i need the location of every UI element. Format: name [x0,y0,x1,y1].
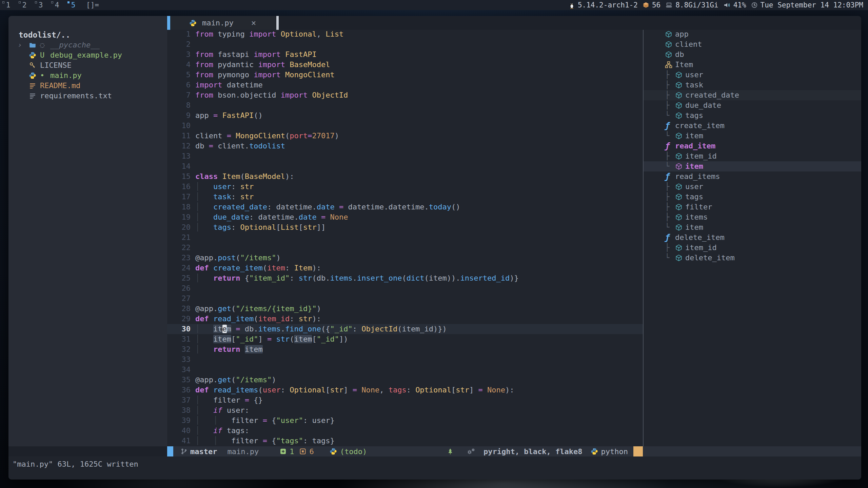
outline-item-item_id[interactable]: ├item_id [644,151,861,161]
code-line-16[interactable]: 16│ user: str [167,182,643,192]
workspace-tag-4[interactable]: 4 [49,0,65,10]
code-line-6[interactable]: 6import datetime [167,80,643,90]
code-line-33[interactable]: 33 [167,354,643,365]
code-line-25[interactable]: 25│ return {"item_id": str(db.items.inse… [167,273,643,283]
code-line-2[interactable]: 2 [167,39,643,49]
code-line-13[interactable]: 13 [167,151,643,161]
outline-item-app[interactable]: app [644,29,861,39]
code-line-3[interactable]: 3from fastapi import FastAPI [167,49,643,60]
code-line-12[interactable]: 12db = client.todolist [167,141,643,151]
file-name: README.md [40,81,80,91]
layout-indicator[interactable]: []= [86,1,99,9]
outline-item-delete_item[interactable]: └delete_item [644,253,861,263]
close-icon[interactable]: × [251,18,256,28]
code-line-1[interactable]: 1from typing import Optional, List [167,29,643,39]
code-line-18[interactable]: 18│ created_date: datetime.date = dateti… [167,202,643,212]
file-row-debug_example.py[interactable]: Udebug_example.py [8,50,167,60]
code-line-22[interactable]: 22 [167,243,643,253]
outline-item-item[interactable]: └item [644,222,861,232]
code-line-29[interactable]: 29def read_item(item_id: str): [167,314,643,324]
workspace-tag-2[interactable]: 2 [16,0,33,10]
outline-item-user[interactable]: ├user [644,182,861,192]
expand-caret-icon[interactable]: › [18,40,22,50]
variable-icon [675,203,685,211]
symbol-name: tags [685,110,703,121]
code-line-26[interactable]: 26 [167,283,643,293]
outline-item-user[interactable]: ├user [644,70,861,80]
outline-item-Item[interactable]: Item [644,60,861,70]
workspace-tag-5[interactable]: 5 [65,0,81,10]
code-line-21[interactable]: 21 [167,232,643,243]
outline-item-db[interactable]: db [644,49,861,60]
code-line-27[interactable]: 27 [167,293,643,304]
statusline-filename: main.py [227,447,259,456]
code-line-39[interactable]: 39│ │ filter = {"user": user} [167,415,643,426]
code-line-20[interactable]: 20│ tags: Optional[List[str]] [167,222,643,232]
command-line[interactable]: "main.py" 63L, 1625C written [8,456,861,480]
code-line-28[interactable]: 28@app.get("/items/{item_id}") [167,304,643,314]
code-line-4[interactable]: 4from pydantic import BaseModel [167,60,643,70]
workspace-tag-3[interactable]: 3 [33,0,49,10]
code-line-32[interactable]: 32│ return item [167,344,643,354]
outline-item-item_id[interactable]: ├item_id [644,243,861,253]
code-line-34[interactable]: 34 [167,365,643,375]
outline-item-create_item[interactable]: ƒcreate_item [644,121,861,131]
outline-item-item[interactable]: └item [644,161,861,171]
file-row-requirements.txt[interactable]: requirements.txt [8,91,167,101]
code-line-23[interactable]: 23@app.post("/items") [167,253,643,263]
outline-item-items[interactable]: ├items [644,212,861,222]
outline-item-delete_item[interactable]: ƒdelete_item [644,232,861,243]
code-line-38[interactable]: 38│ if user: [167,405,643,415]
code-line-8[interactable]: 8 [167,100,643,110]
code-line-35[interactable]: 35@app.get("/items") [167,375,643,385]
package-count: 56 [643,1,660,9]
outline-item-read_item[interactable]: ƒread_item [644,141,861,151]
outline-item-tags[interactable]: └tags [644,110,861,121]
code-line-19[interactable]: 19│ due_date: datetime.date = None [167,212,643,222]
code-line-37[interactable]: 37│ filter = {} [167,395,643,405]
code-line-14[interactable]: 14 [167,161,643,171]
code-line-31[interactable]: 31│ item["_id"] = str(item["_id"]) [167,334,643,344]
code-text: from bson.objectid import ObjectId [195,90,348,100]
code-line-24[interactable]: 24def create_item(item: Item): [167,263,643,273]
file-row-__pycache__[interactable]: ›◌__pycache__ [8,40,167,50]
outline-item-read_items[interactable]: ƒread_items [644,171,861,182]
code-text: from fastapi import FastAPI [195,49,317,60]
code-line-7[interactable]: 7from bson.objectid import ObjectId [167,90,643,100]
file-explorer[interactable]: todolist/.. ›◌__pycache__Udebug_example.… [8,16,167,456]
code-line-10[interactable]: 10 [167,121,643,131]
outline-item-created_date[interactable]: ├created_date [644,90,861,100]
outline-item-item[interactable]: └item [644,131,861,141]
top-bar: 12345 []= 5.14.2-arch1-2568.8Gi/31Gi41%T… [0,0,868,10]
outline-item-client[interactable]: client [644,39,861,49]
code-line-11[interactable]: 11client = MongoClient(port=27017) [167,131,643,141]
symbol-name: item [685,131,703,141]
code-line-9[interactable]: 9app = FastAPI() [167,110,643,121]
line-number: 7 [167,90,195,100]
code-line-40[interactable]: 40│ if tags: [167,426,643,436]
kernel-version: 5.14.2-arch1-2 [569,1,638,9]
outline-item-filter[interactable]: ├filter [644,202,861,212]
git-changed-count: 6 [309,447,314,456]
code-line-30[interactable]: 30│ item = db.items.find_one({"_id": Obj… [167,324,643,334]
file-row-README.md[interactable]: README.md [8,81,167,91]
outline-item-task[interactable]: ├task [644,80,861,90]
file-row-main.py[interactable]: •main.py [8,70,167,81]
git-status-badge: ◌ [40,40,50,50]
status-line: master main.py 1 6 (todo) pyright, black… [167,446,861,456]
code-line-5[interactable]: 5from pymongo import MongoClient [167,70,643,80]
tab-main-py[interactable]: main.py × [170,16,276,30]
code-line-41[interactable]: 41│ │ filter = {"tags": tags} [167,436,643,446]
tree-connector: ├ [665,90,675,100]
outline-item-tags[interactable]: ├tags [644,192,861,202]
file-row-LICENSE[interactable]: LICENSE [8,60,167,70]
line-number: 1 [167,29,195,39]
workspace-tag-1[interactable]: 1 [0,0,16,10]
outline-item-due_date[interactable]: ├due_date [644,100,861,110]
code-line-17[interactable]: 17│ task: str [167,192,643,202]
code-line-36[interactable]: 36def read_items(user: Optional[str] = N… [167,385,643,395]
symbol-name: user [685,182,703,192]
explorer-statusline [8,446,167,456]
code-line-15[interactable]: 15class Item(BaseModel): [167,171,643,182]
tree-connector: ├ [665,202,675,212]
